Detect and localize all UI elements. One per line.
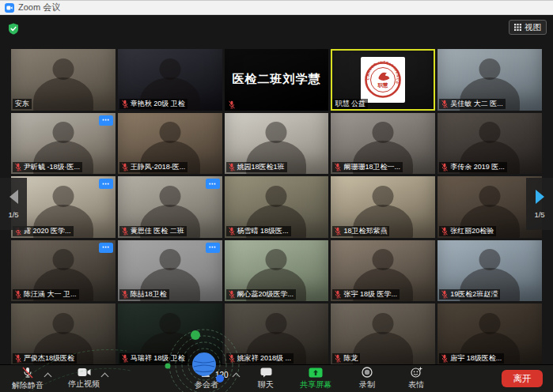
video-tile[interactable]: 陈龙 — [331, 303, 435, 365]
video-grid: 安东 章艳秋 20级 卫检 医检二班刘学慧 — [11, 49, 542, 365]
participant-name-tag: 严俊杰18级医检 — [13, 353, 77, 364]
participant-name-tag: 杨雪晴 18级医... — [226, 226, 291, 236]
page-indicator: 1/5 — [534, 210, 544, 219]
video-tile[interactable]: CAREER INTELLIGENCE 职慧 职慧 公益 — [331, 49, 435, 111]
participant-name-tag: 王静凤-2018-医... — [119, 162, 188, 172]
meeting-window: 视图 安东 章艳秋 20级 卫检 医检二班刘学慧 — [0, 15, 553, 392]
tile-menu-button[interactable]: ⋯ — [99, 115, 113, 126]
next-page-button[interactable]: 1/5 — [526, 178, 553, 230]
participant-name-tag: 职慧 公益 — [332, 99, 368, 109]
video-tile[interactable]: 李传余 2019 医... — [437, 113, 542, 175]
muted-mic-icon — [441, 354, 448, 363]
tile-menu-button[interactable]: ⋯ — [206, 179, 220, 189]
previous-page-button[interactable]: 1/5 — [0, 178, 27, 230]
muted-mic-icon — [122, 227, 128, 236]
video-tile[interactable]: 阚心蕊20级医学... — [225, 240, 329, 302]
video-tile[interactable]: 姚园18医检1班 — [225, 113, 329, 175]
video-tile[interactable]: 安东 — [11, 49, 116, 111]
chat-label: 聊天 — [258, 379, 274, 390]
participant-name-tag: 张红丽20检验 — [439, 226, 496, 236]
participant-name-tag: 张宇 18级 医学... — [332, 289, 400, 300]
view-button-label: 视图 — [525, 22, 541, 33]
reactions-button[interactable]: 表情 — [399, 365, 434, 392]
share-screen-button[interactable]: 共享屏幕 — [293, 365, 339, 392]
record-button[interactable]: 录制 — [351, 365, 383, 392]
chat-button[interactable]: 聊天 — [248, 365, 283, 392]
video-tile[interactable]: 18卫检郑紫燕 — [331, 176, 435, 238]
reactions-smiley-icon — [411, 367, 422, 378]
more-options-icon: ⋯ — [102, 180, 110, 188]
participant-name: 陈汪涵 大一 卫... — [24, 289, 77, 300]
participant-name: 露 2020 医学... — [24, 226, 71, 236]
video-tile[interactable]: 19医检2班赵滢 — [437, 240, 542, 302]
video-tile[interactable]: ⋯ 黄思佳 医检 二班 — [118, 176, 222, 238]
video-tile[interactable]: ⋯ 陈喆18卫检 — [118, 240, 222, 302]
tile-menu-button[interactable]: ⋯ — [99, 243, 113, 253]
video-tile[interactable]: 章艳秋 20级 卫检 — [118, 49, 222, 111]
video-tile[interactable]: 马瑞祥 18级 卫检 — [118, 303, 222, 365]
unmute-label: 解除静音 — [12, 380, 44, 391]
participant-name: 阚心蕊20级医学... — [237, 289, 294, 300]
participant-name-tag: 马瑞祥 18级 卫检 — [119, 353, 187, 364]
muted-mic-icon — [122, 163, 128, 172]
arrow-left-icon — [9, 190, 18, 204]
participant-name: 18卫检郑紫燕 — [343, 226, 387, 236]
participant-name: 安东 — [15, 99, 29, 109]
participant-name: 姚家祥 2018级 ... — [237, 353, 292, 364]
muted-mic-icon — [229, 354, 235, 363]
muted-mic-icon — [441, 227, 448, 236]
participant-name-tag: 吴佳敏 大二 医... — [439, 99, 506, 109]
security-shield-icon[interactable] — [8, 23, 19, 38]
video-tile[interactable]: ⋯ 陈汪涵 大一 卫... — [11, 240, 116, 302]
video-tile[interactable]: 阚珊珊18卫检一... — [331, 113, 435, 175]
stop-video-button[interactable]: 停止视频 — [60, 365, 108, 392]
microphone-muted-icon — [21, 367, 34, 379]
participants-options-chevron[interactable] — [233, 373, 241, 381]
tile-menu-button[interactable]: ⋯ — [206, 243, 220, 253]
participant-name: 陈龙 — [343, 353, 358, 364]
muted-mic-icon — [122, 354, 128, 363]
reactions-label: 表情 — [408, 379, 424, 390]
tile-menu-button[interactable]: ⋯ — [99, 179, 113, 189]
muted-mic-icon — [229, 227, 235, 236]
more-options-icon: ⋯ — [209, 180, 217, 188]
participant-name: 王静凤-2018-医... — [131, 162, 186, 172]
leave-meeting-button[interactable]: 离开 — [502, 370, 543, 387]
page-indicator: 1/5 — [8, 210, 18, 219]
video-tile[interactable]: 王静凤-2018-医... — [118, 113, 222, 175]
participants-icon — [201, 368, 212, 378]
more-options-icon: ⋯ — [102, 116, 110, 124]
muted-mic-icon — [15, 163, 21, 172]
video-tile[interactable]: 医检二班刘学慧 — [225, 49, 329, 111]
muted-mic-icon — [15, 290, 21, 299]
view-button[interactable]: 视图 — [509, 20, 547, 35]
muted-mic-icon — [122, 290, 128, 299]
record-label: 录制 — [359, 379, 375, 390]
zoom-app-icon — [5, 3, 14, 13]
window-titlebar: Zoom 会议 — [0, 0, 553, 15]
svg-text:职慧: 职慧 — [377, 82, 389, 89]
video-tile[interactable]: 杨雪晴 18级医... — [225, 176, 329, 238]
chat-bubble-icon — [260, 368, 272, 378]
participant-name: 职慧 公益 — [335, 99, 366, 109]
muted-mic-icon — [441, 163, 448, 172]
participants-button[interactable]: 参会者 120 — [184, 365, 229, 392]
participant-name: 严俊杰18级医检 — [24, 353, 74, 364]
arrow-right-icon — [536, 190, 544, 204]
video-camera-icon — [78, 368, 91, 377]
video-tile[interactable]: 唐宇 18级医检... — [437, 303, 542, 365]
participants-label: 参会者 — [195, 379, 218, 390]
more-options-icon: ⋯ — [102, 243, 110, 251]
video-tile[interactable]: 姚家祥 2018级 ... — [225, 303, 329, 365]
video-tile[interactable]: 张宇 18级 医学... — [331, 240, 435, 302]
participant-name: 尹昕毓 -18级·医... — [24, 162, 80, 172]
participants-count: 120 — [215, 371, 229, 379]
video-tile[interactable]: 吴佳敏 大二 医... — [437, 49, 542, 111]
participant-name-tag: 陈龙 — [332, 353, 360, 364]
participant-name-tag: 陈汪涵 大一 卫... — [13, 289, 79, 300]
video-tile[interactable]: 严俊杰18级医检 — [11, 303, 116, 365]
muted-mic-icon — [441, 290, 448, 299]
unmute-button[interactable]: 解除静音 — [5, 365, 51, 392]
video-tile[interactable]: ⋯ 尹昕毓 -18级·医... — [11, 113, 116, 175]
tile-display-text: 医检二班刘学慧 — [225, 49, 329, 111]
